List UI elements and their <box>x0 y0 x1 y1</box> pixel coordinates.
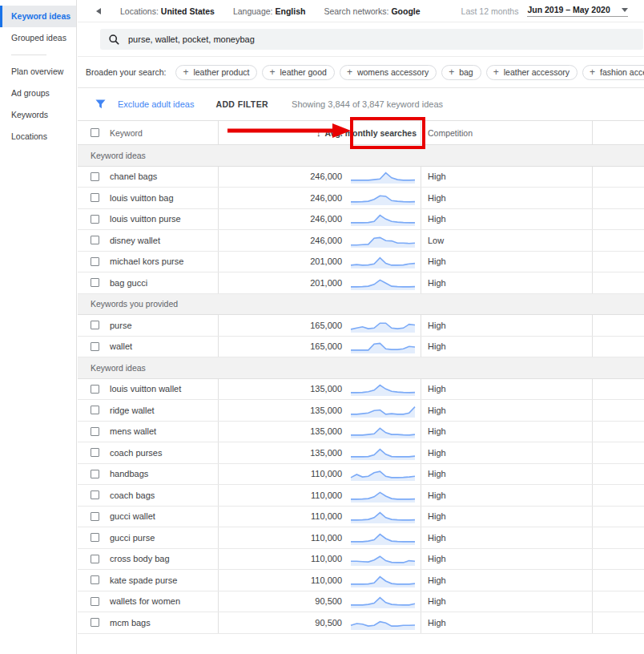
search-trend-sparkline <box>350 466 416 482</box>
keyword-text: cross body bag <box>110 554 170 563</box>
select-all-checkbox[interactable] <box>91 128 99 137</box>
row-checkbox[interactable] <box>91 321 99 329</box>
plus-icon: + <box>183 67 188 77</box>
keyword-cell: wallets for women <box>78 591 219 612</box>
avg-monthly-searches-value: 246,000 <box>310 214 342 224</box>
keyword-cell: louis vuitton wallet <box>78 379 219 400</box>
competition-value: High <box>428 341 446 351</box>
row-checkbox[interactable] <box>91 512 99 521</box>
exclude-adult-ideas-link[interactable]: Exclude adult ideas <box>118 99 194 109</box>
row-checkbox[interactable] <box>91 385 99 394</box>
row-checkbox[interactable] <box>91 257 99 266</box>
competition-value: High <box>428 321 446 330</box>
row-checkbox[interactable] <box>91 193 99 202</box>
competition-cell: High <box>421 464 593 485</box>
date-range-value: Jun 2019 – May 2020 <box>527 5 610 14</box>
broaden-chip-leather-accessory[interactable]: +leather accessory <box>486 65 578 80</box>
search-networks-setting[interactable]: Search networks: Google <box>324 6 420 16</box>
search-trend-sparkline <box>350 168 416 184</box>
row-checkbox[interactable] <box>91 406 99 414</box>
sidebar-item-grouped-ideas[interactable]: Grouped ideas <box>0 27 76 49</box>
competition-cell: High <box>421 315 593 336</box>
search-trend-sparkline <box>350 190 416 206</box>
broaden-chip-fashion-accessory[interactable]: +fashion accessory <box>582 65 644 80</box>
avg-monthly-searches-cell: 165,000 <box>219 337 421 357</box>
competition-value: High <box>428 618 446 628</box>
date-range-selector[interactable]: Jun 2019 – May 2020 <box>527 5 627 17</box>
sidebar-item-locations[interactable]: Locations <box>0 126 76 147</box>
collapse-panel-icon[interactable] <box>96 8 101 14</box>
locations-value: United States <box>161 6 215 16</box>
competition-cell: High <box>421 422 593 442</box>
avg-monthly-searches-value: 110,000 <box>311 511 342 521</box>
competition-cell: High <box>421 379 593 400</box>
competition-value: High <box>428 575 446 585</box>
keyword-text: gucci wallet <box>110 511 155 521</box>
competition-cell: High <box>421 612 593 633</box>
row-checkbox[interactable] <box>91 575 99 584</box>
competition-cell: High <box>421 442 593 463</box>
row-checkbox[interactable] <box>91 597 99 606</box>
competition-value: Low <box>428 236 444 245</box>
broaden-chip-leather-good[interactable]: +leather good <box>262 65 334 80</box>
row-checkbox[interactable] <box>91 448 99 457</box>
plus-icon: + <box>269 67 275 77</box>
empty-cell <box>593 400 644 421</box>
keyword-cell: gucci purse <box>78 527 219 548</box>
table-row: chanel bags246,000High <box>78 167 644 188</box>
row-checkbox[interactable] <box>91 172 99 181</box>
keyword-cell: louis vuitton purse <box>78 209 219 230</box>
locations-setting[interactable]: Locations: United States <box>120 6 215 16</box>
row-checkbox[interactable] <box>91 470 99 478</box>
add-filter-button[interactable]: ADD FILTER <box>215 99 268 109</box>
competition-value: High <box>428 384 446 394</box>
empty-cell <box>593 167 644 188</box>
avg-monthly-searches-cell: 110,000 <box>219 485 421 506</box>
row-checkbox[interactable] <box>91 533 99 542</box>
avg-monthly-searches-value: 110,000 <box>311 490 342 500</box>
search-trend-sparkline <box>350 338 416 354</box>
row-checkbox[interactable] <box>91 490 99 499</box>
row-checkbox[interactable] <box>91 618 99 627</box>
row-checkbox[interactable] <box>91 342 99 351</box>
broaden-chip-bag[interactable]: +bag <box>441 65 481 80</box>
avg-monthly-searches-column-header[interactable]: ↓ Avg. monthly searches <box>219 121 421 144</box>
search-trend-sparkline <box>350 317 416 333</box>
sidebar-item-keyword-ideas[interactable]: Keyword ideas <box>0 6 76 27</box>
chip-label: fashion accessory <box>600 67 644 77</box>
broaden-chips: +leather product+leather good+womens acc… <box>175 65 644 80</box>
avg-monthly-searches-cell: 246,000 <box>219 188 421 208</box>
broaden-chip-leather-product[interactable]: +leather product <box>175 65 257 80</box>
sidebar-item-ad-groups[interactable]: Ad groups <box>0 83 76 104</box>
table-row: coach purses135,000High <box>78 442 644 464</box>
date-range-caret-icon <box>622 8 628 12</box>
avg-monthly-searches-cell: 110,000 <box>219 464 421 485</box>
row-checkbox[interactable] <box>91 555 99 563</box>
row-checkbox[interactable] <box>91 236 99 244</box>
competition-column-header[interactable]: Competition <box>421 121 593 144</box>
keyword-column-header[interactable]: Keyword <box>110 128 143 138</box>
keyword-text: coach bags <box>110 490 155 500</box>
empty-cell <box>593 591 644 612</box>
search-trend-sparkline <box>350 445 416 461</box>
search-trend-sparkline <box>350 381 416 397</box>
keyword-search-input[interactable]: purse, wallet, pocket, moneybag <box>100 29 643 50</box>
keyword-text: mens wallet <box>110 426 156 436</box>
table-header-row: Keyword ↓ Avg. monthly searches Competit… <box>78 121 644 145</box>
row-checkbox[interactable] <box>91 278 99 287</box>
table-row: handbags110,000High <box>78 464 644 486</box>
broaden-chip-womens-accessory[interactable]: +womens accessory <box>340 65 437 80</box>
search-networks-label: Search networks: <box>324 6 388 16</box>
empty-cell <box>593 209 644 230</box>
sidebar-item-keywords[interactable]: Keywords <box>0 104 76 126</box>
avg-monthly-searches-cell: 135,000 <box>219 379 421 400</box>
row-checkbox[interactable] <box>91 215 99 224</box>
competition-value: High <box>428 256 446 266</box>
plus-icon: + <box>347 67 352 77</box>
keyword-cell: mcm bags <box>78 612 219 633</box>
avg-monthly-searches-value: 110,000 <box>311 533 342 543</box>
keyword-text: ridge wallet <box>110 406 155 415</box>
language-setting[interactable]: Language: English <box>233 6 305 16</box>
row-checkbox[interactable] <box>91 427 99 436</box>
sidebar-item-plan-overview[interactable]: Plan overview <box>0 61 76 83</box>
